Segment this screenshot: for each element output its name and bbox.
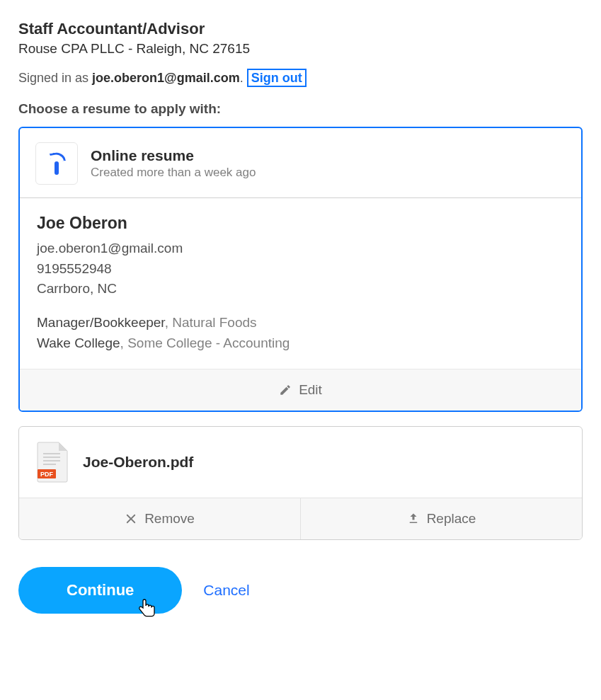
online-resume-header: Online resume Created more than a week a… — [20, 128, 581, 198]
upload-icon — [407, 512, 420, 525]
resume-details: Joe Oberon joe.oberon1@gmail.com 9195552… — [20, 198, 581, 369]
cursor-hand-icon — [138, 598, 156, 619]
replace-pdf-button[interactable]: Replace — [301, 498, 582, 539]
resume-education: Wake College, Some College - Accounting — [37, 333, 564, 353]
resume-phone: 9195552948 — [37, 259, 564, 280]
online-resume-card[interactable]: Online resume Created more than a week a… — [18, 127, 583, 412]
pdf-filename: Joe-Oberon.pdf — [83, 454, 193, 471]
pencil-icon — [279, 384, 292, 396]
online-resume-title: Online resume — [91, 147, 566, 164]
resume-experience: Manager/Bookkeeper, Natural Foods — [37, 312, 564, 333]
svg-rect-0 — [43, 453, 60, 454]
pdf-resume-card[interactable]: PDF Joe-Oberon.pdf Remove Replace — [18, 426, 583, 540]
svg-rect-2 — [43, 460, 60, 461]
svg-rect-1 — [43, 457, 60, 458]
online-resume-subtitle: Created more than a week ago — [91, 166, 566, 180]
pdf-file-icon: PDF — [35, 441, 70, 483]
signed-in-line: Signed in as joe.oberon1@gmail.com. Sign… — [18, 71, 583, 86]
continue-button[interactable]: Continue — [18, 567, 182, 614]
resume-email: joe.oberon1@gmail.com — [37, 239, 564, 259]
svg-text:PDF: PDF — [40, 471, 54, 478]
edit-label: Edit — [299, 382, 322, 398]
indeed-icon — [35, 142, 78, 185]
choose-resume-heading: Choose a resume to apply with: — [18, 101, 583, 117]
sign-out-link[interactable]: Sign out — [247, 69, 307, 87]
cancel-link[interactable]: Cancel — [203, 582, 249, 599]
resume-location: Carrboro, NC — [37, 279, 564, 299]
remove-pdf-button[interactable]: Remove — [19, 498, 301, 539]
pdf-header: PDF Joe-Oberon.pdf — [19, 427, 582, 498]
signed-in-period: . — [240, 71, 247, 85]
button-row: Continue Cancel — [18, 567, 583, 614]
company-location: Rouse CPA PLLC - Raleigh, NC 27615 — [18, 41, 583, 57]
edit-resume-button[interactable]: Edit — [20, 369, 581, 411]
signed-in-prefix: Signed in as — [18, 71, 92, 85]
pdf-actions: Remove Replace — [19, 498, 582, 539]
signed-in-email: joe.oberon1@gmail.com — [92, 71, 240, 85]
svg-rect-3 — [43, 464, 56, 465]
replace-label: Replace — [427, 511, 476, 527]
remove-label: Remove — [144, 511, 195, 527]
resume-person-name: Joe Oberon — [37, 214, 564, 233]
job-title: Staff Accountant/Advisor — [18, 20, 583, 38]
close-icon — [125, 512, 137, 525]
